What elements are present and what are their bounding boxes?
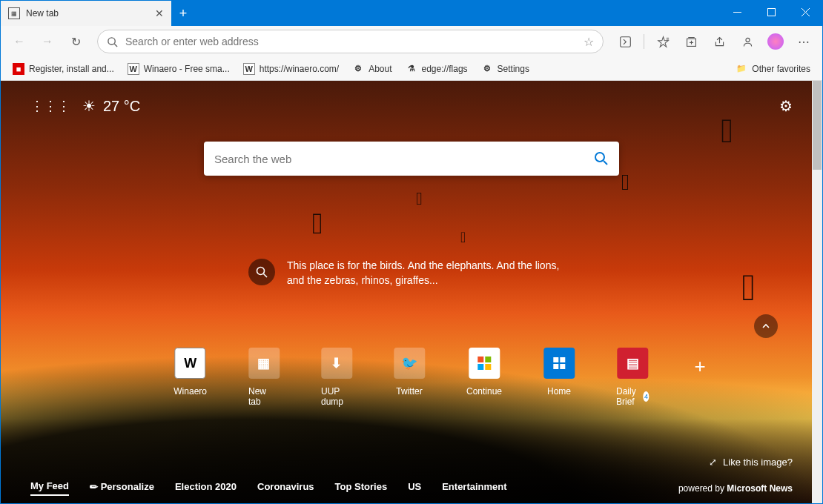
bookmark-favicon: ■ <box>13 63 24 75</box>
bookmark-label: Register, install and... <box>29 64 114 74</box>
titlebar: ▦ New tab ✕ + <box>1 1 822 26</box>
svg-point-14 <box>595 153 604 162</box>
quick-links: W Winaero ▦ New tab ⬇ UUP dump 🐦 Twitter… <box>173 348 649 407</box>
other-favorites[interactable]: 📁 Other favorites <box>730 60 816 78</box>
ntp-search-box[interactable] <box>204 142 619 176</box>
share-button[interactable] <box>707 29 732 54</box>
bookmark-label: edge://flags <box>422 64 468 74</box>
tile-new-tab[interactable]: ▦ New tab <box>248 348 280 407</box>
minimize-button[interactable] <box>720 1 754 23</box>
bookmark-item[interactable]: ⚙ Settings <box>475 60 535 78</box>
bookmark-label: Winaero - Free sma... <box>144 64 230 74</box>
feed-nav: My Feed ✎ Personalize Election 2020 Coro… <box>30 480 793 496</box>
tab-favicon: ▦ <box>8 7 20 19</box>
svg-rect-20 <box>477 364 483 370</box>
address-bar[interactable]: ☆ <box>97 30 604 53</box>
bookmark-favicon: W <box>128 63 139 75</box>
tile-icon: ⬇ <box>321 348 352 379</box>
grid-menu-icon[interactable]: ⋮⋮⋮ <box>30 98 70 114</box>
feed-tab-us[interactable]: US <box>408 481 421 495</box>
tracking-prevention-icon[interactable] <box>612 29 638 54</box>
address-input[interactable] <box>125 36 576 47</box>
page-settings-icon[interactable]: ⚙ <box>779 97 793 115</box>
tile-winaero[interactable]: W Winaero <box>173 348 207 407</box>
gear-icon: ⚙ <box>352 63 364 75</box>
svg-rect-21 <box>485 364 491 370</box>
profile-avatar[interactable] <box>763 29 788 54</box>
add-tile-button[interactable]: + <box>689 355 711 377</box>
svg-rect-24 <box>553 364 558 369</box>
svg-rect-19 <box>485 357 491 362</box>
window-controls <box>720 1 822 23</box>
tile-icon: 🐦 <box>394 348 425 379</box>
feed-tab-personalize[interactable]: ✎ Personalize <box>90 481 154 495</box>
svg-line-15 <box>604 161 607 165</box>
folder-icon: 📁 <box>736 63 747 75</box>
svg-rect-6 <box>620 36 630 47</box>
tab-title: New tab <box>26 8 59 19</box>
back-button[interactable]: ← <box>7 29 32 54</box>
tile-label: Home <box>547 386 571 397</box>
tile-icon: ▦ <box>248 348 280 379</box>
collections-button[interactable] <box>678 29 704 54</box>
favorites-button[interactable] <box>650 29 675 54</box>
scroll-up-button[interactable] <box>754 314 778 338</box>
forward-button[interactable]: → <box>35 29 60 54</box>
tile-daily-brief[interactable]: ▤ Daily Brief 4 <box>616 348 650 407</box>
hint-text: This place is for the birds. And the ele… <box>287 259 575 288</box>
bookmark-item[interactable]: W https://winaero.com/ <box>237 60 345 78</box>
search-icon <box>107 36 118 47</box>
svg-point-13 <box>745 38 749 42</box>
ntp-search-input[interactable] <box>214 153 594 165</box>
bookmark-favicon: W <box>243 63 255 75</box>
new-tab-button[interactable]: + <box>171 1 195 26</box>
feed-tab-coronavirus[interactable]: Coronavirus <box>257 481 314 495</box>
close-window-button[interactable] <box>788 1 822 23</box>
feed-tab-entertainment[interactable]: Entertainment <box>442 481 506 495</box>
bookmark-label: https://winaero.com/ <box>260 64 339 74</box>
maximize-button[interactable] <box>754 1 788 23</box>
close-tab-icon[interactable]: ✕ <box>155 7 164 19</box>
tile-home[interactable]: Home <box>543 348 575 407</box>
like-image-link[interactable]: ⤢ Like this image? <box>709 457 793 468</box>
tile-twitter[interactable]: 🐦 Twitter <box>394 348 425 407</box>
image-hint[interactable]: This place is for the birds. And the ele… <box>248 259 575 288</box>
bookmark-label: About <box>368 64 391 74</box>
scrollbar[interactable] <box>812 81 822 503</box>
feed-tab-my-feed[interactable]: My Feed <box>30 480 69 496</box>
bookmark-item[interactable]: ⚙ About <box>346 60 397 78</box>
tile-label: UUP dump <box>321 386 352 407</box>
feed-tab-election[interactable]: Election 2020 <box>175 481 237 495</box>
svg-rect-25 <box>560 364 565 369</box>
svg-rect-23 <box>560 357 565 362</box>
expand-icon: ⤢ <box>709 457 717 468</box>
menu-button[interactable]: ⋯ <box>791 29 816 54</box>
search-submit-icon[interactable] <box>594 151 609 166</box>
refresh-button[interactable]: ↻ <box>63 29 88 54</box>
svg-rect-22 <box>553 357 558 362</box>
svg-rect-1 <box>767 8 775 16</box>
browser-tab[interactable]: ▦ New tab ✕ <box>1 1 171 26</box>
profile-button[interactable] <box>735 29 760 54</box>
powered-by: powered by Microsoft News <box>678 483 793 494</box>
temperature: 27 °C <box>103 98 140 115</box>
feed-tab-top-stories[interactable]: Top Stories <box>335 481 388 495</box>
tile-uup-dump[interactable]: ⬇ UUP dump <box>321 348 352 407</box>
scrollbar-thumb[interactable] <box>813 81 822 170</box>
bookmark-item[interactable]: W Winaero - Free sma... <box>122 60 236 78</box>
tile-continue[interactable]: Continue <box>466 348 502 407</box>
ntp-topbar: ⋮⋮⋮ ☀ 27 °C ⚙ <box>30 97 793 115</box>
bookmark-label: Other favorites <box>752 64 810 74</box>
tile-label: Continue <box>466 386 502 397</box>
tile-icon <box>469 348 500 379</box>
svg-line-5 <box>114 44 117 47</box>
tile-icon: ▤ <box>617 348 648 379</box>
tile-icon: W <box>175 348 206 379</box>
bookmark-item[interactable]: ■ Register, install and... <box>7 60 120 78</box>
bookmark-item[interactable]: ⚗ edge://flags <box>400 60 474 78</box>
weather-widget[interactable]: ☀ 27 °C <box>82 97 140 115</box>
new-tab-page: 𓅯 𓅯 𓅮 𓅯 𓅯 𓅮 ⋮⋮⋮ ☀ 27 °C ⚙ This place is … <box>1 81 822 503</box>
svg-point-16 <box>257 268 265 275</box>
tile-label: Twitter <box>396 386 422 397</box>
favorite-star-icon[interactable]: ☆ <box>584 35 594 49</box>
